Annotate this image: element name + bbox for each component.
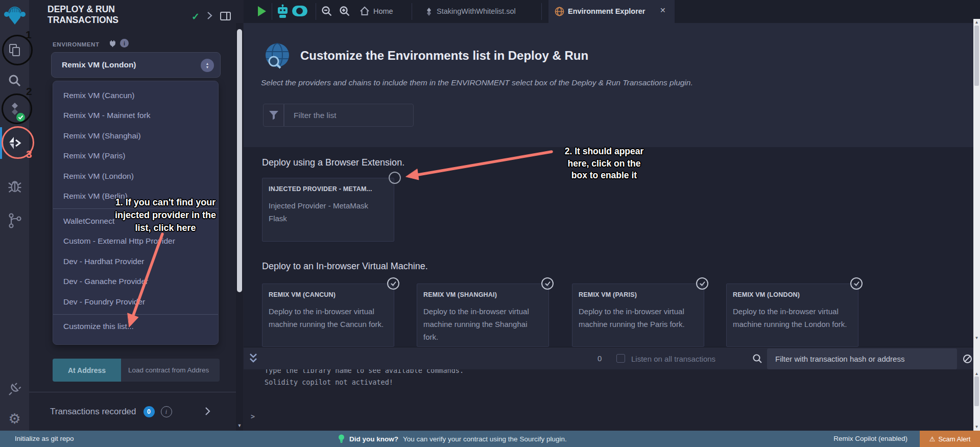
vm-section-title: Deploy to an In-browser Virtual Machine. bbox=[262, 261, 428, 272]
tab-home[interactable]: Home bbox=[373, 7, 393, 15]
terminal-search-icon bbox=[752, 354, 762, 364]
copilot-toggle-icon[interactable] bbox=[292, 6, 307, 16]
main-scrollbar-thumb[interactable] bbox=[974, 26, 979, 86]
terminal-line: Solidity copilot not activated! bbox=[265, 378, 393, 386]
vm-london-checkbox-checked[interactable] bbox=[850, 277, 863, 290]
vm-card-cancun[interactable]: REMIX VM (CANCUN) Deploy to the in-brows… bbox=[262, 284, 394, 347]
zoom-in-icon[interactable] bbox=[339, 6, 350, 19]
injected-provider-card-title: INJECTED PROVIDER - METAM... bbox=[269, 185, 388, 193]
page-title: Customize the Environments list in Deplo… bbox=[300, 49, 588, 63]
terminal-listen-count: 0 bbox=[597, 354, 602, 363]
environment-explorer-header: Customize the Environments list in Deplo… bbox=[244, 23, 980, 147]
tab-staking-file[interactable]: StakingWithWhitelist.sol bbox=[437, 7, 516, 15]
listen-all-transactions-checkbox[interactable] bbox=[616, 354, 625, 363]
icon-rail: ⚙ bbox=[0, 0, 29, 431]
terminal-expand-icon[interactable] bbox=[249, 352, 258, 367]
env-option-hardhat[interactable]: Dev - Hardhat Provider bbox=[53, 251, 218, 272]
search-icon[interactable] bbox=[0, 74, 29, 87]
transactions-expand-chevron[interactable] bbox=[205, 407, 210, 418]
env-option-ganache[interactable]: Dev - Ganache Provider bbox=[53, 272, 218, 292]
vm-card-paris[interactable]: REMIX VM (PARIS) Deploy to the in-browse… bbox=[572, 284, 704, 347]
env-option-shanghai[interactable]: Remix VM (Shanghai) bbox=[53, 126, 218, 146]
transactions-info-icon[interactable]: i bbox=[161, 406, 172, 417]
vm-card-london[interactable]: REMIX VM (LONDON) Deploy to the in-brows… bbox=[726, 284, 858, 347]
close-tab-icon[interactable]: ✕ bbox=[660, 6, 666, 14]
debugger-icon[interactable] bbox=[0, 178, 29, 194]
vm-card-body: Deploy to the in-browser virtual machine… bbox=[733, 305, 852, 331]
env-option-external-http[interactable]: Custom - External Http Provider bbox=[53, 231, 218, 252]
env-option-berlin[interactable]: Remix VM (Berlin) bbox=[53, 186, 218, 207]
scam-alert-label: Scam Alert bbox=[938, 435, 970, 443]
dropdown-divider bbox=[53, 208, 218, 209]
ai-assistant-robot-icon[interactable] bbox=[276, 4, 290, 21]
environment-filter-input[interactable] bbox=[284, 104, 414, 127]
vm-card-shanghai[interactable]: REMIX VM (SHANGHAI) Deploy to the in-bro… bbox=[417, 284, 549, 347]
environment-select[interactable]: Remix VM (London) ▲▼ bbox=[51, 52, 221, 78]
tab-environment-explorer[interactable]: Environment Explorer ✕ bbox=[548, 0, 675, 23]
filter-funnel-icon bbox=[263, 104, 284, 127]
env-option-mainnet-fork[interactable]: Remix VM - Mainnet fork bbox=[53, 106, 218, 126]
vm-card-title: REMIX VM (PARIS) bbox=[579, 291, 698, 298]
panel-scrollbar-down-arrow[interactable]: ▼ bbox=[236, 423, 243, 428]
vm-shanghai-checkbox-checked[interactable] bbox=[541, 277, 554, 290]
tab-divider bbox=[541, 3, 542, 20]
env-option-london[interactable]: Remix VM (London) bbox=[53, 166, 218, 186]
copilot-status[interactable]: Remix Copilot (enabled) bbox=[833, 435, 907, 442]
solidity-file-icon bbox=[425, 7, 433, 19]
scrollbar-up-arrow[interactable]: ▲ bbox=[973, 20, 980, 25]
environment-info-icon[interactable]: i bbox=[120, 39, 129, 48]
env-option-cancun[interactable]: Remix VM (Cancun) bbox=[53, 85, 218, 106]
home-icon[interactable] bbox=[360, 6, 370, 18]
environment-label: ENVIRONMENT bbox=[53, 41, 100, 48]
listen-all-transactions-label: Listen on all transactions bbox=[631, 355, 715, 363]
clear-console-ban-icon[interactable] bbox=[963, 354, 972, 364]
scrollbar-down-arrow[interactable]: ▼ bbox=[973, 425, 980, 429]
vm-card-title: REMIX VM (LONDON) bbox=[733, 291, 852, 298]
vm-card-title: REMIX VM (CANCUN) bbox=[269, 291, 388, 298]
deploy-run-icon[interactable] bbox=[0, 136, 29, 150]
toolbar-divider bbox=[272, 3, 272, 20]
vm-paris-checkbox-checked[interactable] bbox=[696, 277, 708, 290]
injected-provider-checkbox-unchecked[interactable] bbox=[389, 172, 401, 184]
pin-panel-icon[interactable] bbox=[220, 12, 231, 20]
zoom-out-icon[interactable] bbox=[321, 6, 332, 19]
terminal-filter-input[interactable] bbox=[767, 348, 957, 369]
scrollbar-down-arrow[interactable]: ▼ bbox=[973, 336, 980, 340]
env-option-foundry[interactable]: Dev - Foundry Provider bbox=[53, 292, 218, 312]
settings-gear-icon[interactable]: ⚙ bbox=[0, 412, 29, 426]
vm-cancun-checkbox-checked[interactable] bbox=[387, 277, 399, 290]
git-icon[interactable] bbox=[0, 213, 29, 229]
panel-scrollbar[interactable]: ▼ bbox=[236, 23, 243, 431]
main-scrollbar[interactable]: ▲ ▼ ▲ ▼ bbox=[973, 19, 980, 431]
env-option-customize-list[interactable]: Customize this list... bbox=[53, 317, 218, 337]
terminal-bar: 0 Listen on all transactions bbox=[244, 347, 973, 369]
terminal-scrollbar-up-arrow[interactable]: ▲ bbox=[973, 371, 980, 376]
terminal-scrollbar-thumb[interactable] bbox=[974, 377, 979, 406]
forward-chevron-icon[interactable] bbox=[207, 11, 212, 22]
browser-extension-section-title: Deploy using a Browser Extension. bbox=[262, 157, 404, 168]
git-init-button[interactable]: Initialize as git repo bbox=[15, 435, 74, 442]
lightbulb-icon bbox=[338, 434, 345, 443]
env-option-paris[interactable]: Remix VM (Paris) bbox=[53, 146, 218, 167]
tab-divider bbox=[412, 3, 412, 20]
env-option-walletconnect[interactable]: WalletConnect bbox=[53, 211, 218, 231]
file-explorer-icon[interactable] bbox=[0, 43, 29, 57]
did-you-know-tip: Did you know? You can verify your contra… bbox=[338, 431, 567, 447]
did-you-know-text: You can verify your contract using the S… bbox=[403, 435, 567, 443]
at-address-button[interactable]: At Address bbox=[53, 359, 121, 382]
environment-selected-value: Remix VM (London) bbox=[62, 60, 136, 69]
vm-card-body: Deploy to the in-browser virtual machine… bbox=[269, 305, 388, 331]
at-address-input[interactable] bbox=[121, 359, 220, 382]
environment-plug-icon[interactable] bbox=[109, 40, 116, 50]
run-script-play-icon[interactable] bbox=[257, 6, 267, 19]
remix-logo-icon[interactable] bbox=[0, 4, 29, 27]
panel-scrollbar-thumb[interactable] bbox=[237, 29, 242, 292]
plugin-manager-icon[interactable] bbox=[0, 382, 29, 397]
compiler-success-badge bbox=[16, 113, 25, 122]
top-bar: Home StakingWithWhitelist.sol Environmen… bbox=[244, 0, 980, 23]
scam-alert-button[interactable]: ⚠ Scam Alert bbox=[920, 431, 980, 447]
environment-dropdown-menu: Remix VM (Cancun) Remix VM - Mainnet for… bbox=[53, 81, 219, 345]
injected-provider-card[interactable]: INJECTED PROVIDER - METAM... Injected Pr… bbox=[262, 178, 394, 242]
dropdown-divider bbox=[53, 314, 218, 315]
terminal-output[interactable]: Type the library name to see available c… bbox=[244, 369, 973, 431]
